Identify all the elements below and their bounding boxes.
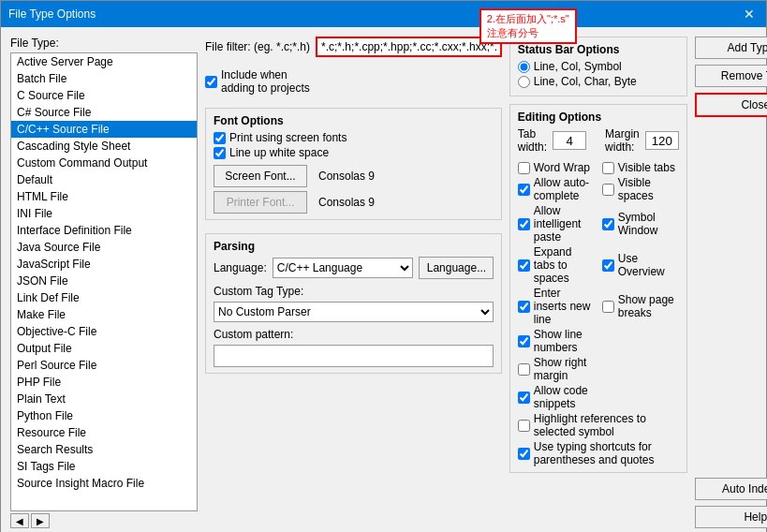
file-list-item[interactable]: Interface Definition File — [11, 222, 197, 239]
use-overview-checkbox[interactable] — [602, 259, 614, 272]
file-list-item[interactable]: Search Results — [11, 441, 197, 458]
auto-indent-button[interactable]: Auto Indent... — [695, 478, 767, 500]
close-window-button[interactable]: ✕ — [740, 5, 759, 23]
remove-type-button[interactable]: Remove Type — [695, 65, 767, 87]
parsing-section: Parsing Language: C/C++ Language C Langu… — [205, 233, 502, 374]
show-right-margin-row: Show right margin — [518, 356, 595, 382]
custom-pattern-label: Custom pattern: — [214, 328, 293, 341]
custom-pattern-input[interactable] — [214, 345, 494, 367]
language-label: Language: — [214, 261, 267, 274]
file-list-item[interactable]: Perl Source File — [11, 357, 197, 374]
custom-tag-select[interactable]: No Custom Parser — [214, 302, 494, 322]
list-scroll-left[interactable]: ◀ — [10, 513, 29, 528]
symbol-window-checkbox[interactable] — [602, 218, 614, 230]
typing-shortcuts-label: Use typing shortcuts for parentheses and… — [534, 440, 679, 466]
enter-inserts-row: Enter inserts new line — [518, 287, 595, 326]
margin-width-label: Margin width: — [605, 127, 640, 154]
visible-tabs-row: Visible tabs — [602, 161, 679, 174]
file-list-item[interactable]: Make File — [11, 306, 197, 323]
editing-grid: Word Wrap Visible tabs Allow auto-comple… — [518, 161, 679, 466]
file-list-item[interactable]: Plain Text — [11, 391, 197, 407]
file-list-item[interactable]: C/C++ Source File — [11, 121, 197, 138]
screen-font-row: Screen Font... Consolas 9 — [214, 165, 494, 187]
word-wrap-checkbox[interactable] — [518, 162, 530, 174]
main-window: File Type Options ✕ File Type: Active Se… — [0, 0, 767, 532]
margin-width-input[interactable] — [645, 131, 679, 150]
file-type-label: File Type: — [10, 37, 198, 50]
visible-tabs-label: Visible tabs — [618, 161, 675, 174]
print-screen-fonts-checkbox[interactable] — [214, 132, 226, 144]
status-radio-2[interactable] — [518, 76, 530, 88]
file-filter-input[interactable] — [316, 37, 502, 57]
file-list-item[interactable]: Active Server Page — [11, 53, 197, 70]
show-page-breaks-checkbox[interactable] — [602, 301, 614, 313]
visible-tabs-checkbox[interactable] — [602, 162, 614, 174]
help-button[interactable]: Help — [695, 506, 767, 528]
list-scroll-right[interactable]: ▶ — [31, 513, 50, 528]
editing-title: Editing Options — [518, 111, 679, 124]
tab-width-input[interactable] — [553, 131, 586, 150]
file-list-item[interactable]: Default — [11, 171, 197, 188]
list-nav: ◀ ▶ — [10, 513, 198, 528]
status-option2-label: Line, Col, Char, Byte — [534, 75, 637, 88]
file-list-item[interactable]: Python File — [11, 407, 197, 424]
file-list-item[interactable]: C Source File — [11, 87, 197, 104]
auto-complete-row: Allow auto-complete — [518, 176, 595, 202]
language-button[interactable]: Language... — [419, 257, 494, 279]
status-option2-row: Line, Col, Char, Byte — [518, 75, 679, 88]
add-type-button[interactable]: Add Type... — [695, 37, 767, 59]
file-list-item[interactable]: JavaScript File — [11, 256, 197, 273]
typing-shortcuts-checkbox[interactable] — [518, 448, 530, 460]
custom-tag-row: No Custom Parser — [214, 302, 494, 322]
language-select[interactable]: C/C++ Language C Language C++ Language — [273, 258, 413, 278]
tab-width-label: Tab width: — [518, 127, 547, 154]
file-list-item[interactable]: JSON File — [11, 273, 197, 289]
margin-width-row: Margin width: — [605, 127, 679, 154]
file-list-item[interactable]: Custom Command Output — [11, 155, 197, 171]
file-list-item[interactable]: Cascading Style Sheet — [11, 138, 197, 155]
file-list-item[interactable]: Output File — [11, 340, 197, 357]
file-list: Active Server PageBatch FileC Source Fil… — [11, 53, 197, 492]
file-list-item[interactable]: C# Source File — [11, 104, 197, 121]
middle-panel: File filter: (eg. *.c;*.h) 2.在后面加入";*.s"… — [205, 37, 502, 528]
printer-font-button[interactable]: Printer Font... — [214, 191, 307, 214]
highlight-refs-checkbox[interactable] — [518, 420, 530, 432]
file-list-item[interactable]: PHP File — [11, 374, 197, 391]
title-bar: File Type Options ✕ — [1, 1, 766, 27]
file-list-item[interactable]: Source Insight Macro File — [11, 475, 197, 492]
spacer — [695, 123, 767, 472]
file-list-item[interactable]: Batch File — [11, 70, 197, 87]
step2-annotation: 2.在后面加入";*.s" 注意有分号 — [479, 8, 577, 44]
show-right-margin-checkbox[interactable] — [518, 363, 530, 376]
print-screen-fonts-label: Print using screen fonts — [229, 131, 347, 144]
file-list-item[interactable]: HTML File — [11, 188, 197, 205]
right-buttons-panel: Add Type... Remove Type 3.点击 Close Auto … — [695, 37, 767, 528]
file-list-item[interactable]: Link Def File — [11, 289, 197, 306]
visible-spaces-row: Visible spaces — [602, 176, 679, 202]
show-line-numbers-label: Show line numbers — [534, 328, 595, 354]
auto-complete-checkbox[interactable] — [518, 184, 530, 196]
file-list-container[interactable]: Active Server PageBatch FileC Source Fil… — [10, 52, 198, 511]
include-checkbox[interactable] — [205, 76, 217, 88]
intelligent-paste-row: Allow intelligent paste — [518, 204, 595, 244]
line-up-whitespace-checkbox[interactable] — [214, 147, 226, 159]
status-radio-1[interactable] — [518, 61, 530, 73]
enter-inserts-checkbox[interactable] — [518, 301, 530, 313]
tab-width-row: Tab width: — [518, 127, 586, 154]
status-bar-title: Status Bar Options — [518, 43, 679, 56]
file-list-item[interactable]: Java Source File — [11, 239, 197, 256]
allow-snippets-checkbox[interactable] — [518, 392, 530, 404]
file-list-item[interactable]: Resource File — [11, 424, 197, 441]
expand-tabs-checkbox[interactable] — [518, 259, 530, 272]
file-list-item[interactable]: Objective-C File — [11, 323, 197, 340]
show-line-numbers-checkbox[interactable] — [518, 335, 530, 347]
file-list-item[interactable]: SI Tags File — [11, 458, 197, 475]
visible-spaces-checkbox[interactable] — [602, 184, 614, 196]
file-list-item[interactable]: INI File — [11, 205, 197, 222]
status-option1-label: Line, Col, Symbol — [534, 60, 622, 73]
intelligent-paste-checkbox[interactable] — [518, 218, 530, 230]
use-overview-row: Use Overview — [602, 245, 679, 285]
close-button[interactable]: Close — [695, 93, 767, 117]
screen-font-button[interactable]: Screen Font... — [214, 165, 307, 187]
expand-tabs-label: Expand tabs to spaces — [534, 245, 595, 285]
